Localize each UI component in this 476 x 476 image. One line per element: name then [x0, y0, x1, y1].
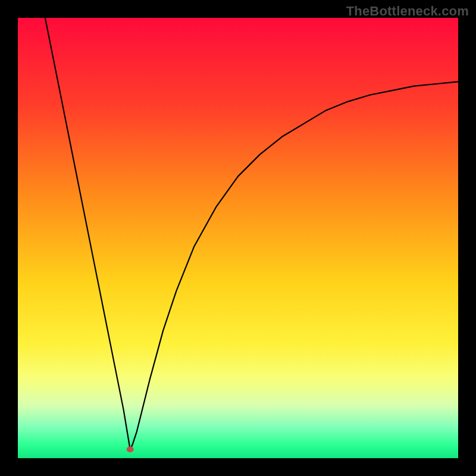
brand-watermark: TheBottleneck.com	[346, 4, 469, 19]
chart-svg	[18, 18, 458, 458]
chart-frame: TheBottleneck.com	[0, 0, 476, 476]
plot-area	[18, 18, 458, 458]
marker-dot	[127, 446, 134, 452]
chart-background	[18, 18, 458, 458]
